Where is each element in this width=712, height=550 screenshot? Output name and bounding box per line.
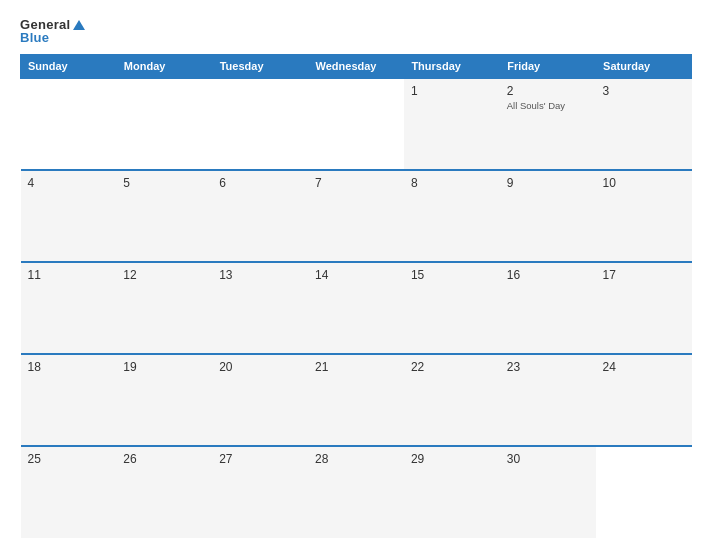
day-number: 18 <box>28 360 110 374</box>
calendar-cell: 25 <box>21 446 117 538</box>
calendar-cell: 11 <box>21 262 117 354</box>
day-number: 2 <box>507 84 589 98</box>
calendar-cell: 21 <box>308 354 404 446</box>
day-number: 11 <box>28 268 110 282</box>
calendar-cell: 22 <box>404 354 500 446</box>
day-number: 1 <box>411 84 493 98</box>
day-number: 25 <box>28 452 110 466</box>
day-number: 26 <box>123 452 205 466</box>
calendar-cell: 1 <box>404 78 500 170</box>
day-number: 5 <box>123 176 205 190</box>
weekday-header-saturday: Saturday <box>596 55 692 79</box>
calendar-cell: 2All Souls' Day <box>500 78 596 170</box>
day-number: 10 <box>603 176 685 190</box>
calendar-cell <box>21 78 117 170</box>
day-number: 15 <box>411 268 493 282</box>
calendar-week-row: 11121314151617 <box>21 262 692 354</box>
calendar-cell: 3 <box>596 78 692 170</box>
calendar-week-row: 18192021222324 <box>21 354 692 446</box>
weekday-header-wednesday: Wednesday <box>308 55 404 79</box>
day-number: 22 <box>411 360 493 374</box>
day-number: 14 <box>315 268 397 282</box>
day-number: 28 <box>315 452 397 466</box>
calendar-cell: 4 <box>21 170 117 262</box>
day-number: 30 <box>507 452 589 466</box>
day-number: 19 <box>123 360 205 374</box>
logo-triangle-icon <box>73 20 85 30</box>
day-number: 24 <box>603 360 685 374</box>
calendar-cell: 7 <box>308 170 404 262</box>
day-number: 29 <box>411 452 493 466</box>
calendar-cell: 23 <box>500 354 596 446</box>
calendar-cell: 13 <box>212 262 308 354</box>
day-number: 12 <box>123 268 205 282</box>
weekday-header-friday: Friday <box>500 55 596 79</box>
calendar-cell: 18 <box>21 354 117 446</box>
day-number: 16 <box>507 268 589 282</box>
calendar-cell: 16 <box>500 262 596 354</box>
calendar-cell: 26 <box>116 446 212 538</box>
calendar-cell: 29 <box>404 446 500 538</box>
weekday-header-thursday: Thursday <box>404 55 500 79</box>
calendar-cell <box>116 78 212 170</box>
calendar-cell: 9 <box>500 170 596 262</box>
event-label: All Souls' Day <box>507 100 589 111</box>
day-number: 8 <box>411 176 493 190</box>
day-number: 3 <box>603 84 685 98</box>
logo-blue-text: Blue <box>20 31 49 44</box>
day-number: 17 <box>603 268 685 282</box>
calendar-cell: 10 <box>596 170 692 262</box>
calendar-cell: 17 <box>596 262 692 354</box>
calendar-page: General Blue SundayMondayTuesdayWednesda… <box>0 0 712 550</box>
calendar-table: SundayMondayTuesdayWednesdayThursdayFrid… <box>20 54 692 538</box>
calendar-cell: 28 <box>308 446 404 538</box>
weekday-header-sunday: Sunday <box>21 55 117 79</box>
weekday-header-row: SundayMondayTuesdayWednesdayThursdayFrid… <box>21 55 692 79</box>
calendar-cell <box>596 446 692 538</box>
calendar-cell: 12 <box>116 262 212 354</box>
day-number: 7 <box>315 176 397 190</box>
day-number: 13 <box>219 268 301 282</box>
calendar-cell: 6 <box>212 170 308 262</box>
calendar-header: General Blue <box>20 18 692 44</box>
calendar-week-row: 45678910 <box>21 170 692 262</box>
calendar-cell <box>212 78 308 170</box>
day-number: 9 <box>507 176 589 190</box>
calendar-week-row: 252627282930 <box>21 446 692 538</box>
calendar-week-row: 12All Souls' Day3 <box>21 78 692 170</box>
calendar-cell: 27 <box>212 446 308 538</box>
calendar-cell: 15 <box>404 262 500 354</box>
day-number: 4 <box>28 176 110 190</box>
day-number: 27 <box>219 452 301 466</box>
day-number: 20 <box>219 360 301 374</box>
day-number: 21 <box>315 360 397 374</box>
calendar-cell: 8 <box>404 170 500 262</box>
weekday-header-monday: Monday <box>116 55 212 79</box>
calendar-cell: 14 <box>308 262 404 354</box>
calendar-cell: 20 <box>212 354 308 446</box>
weekday-header-tuesday: Tuesday <box>212 55 308 79</box>
calendar-cell: 30 <box>500 446 596 538</box>
calendar-cell: 19 <box>116 354 212 446</box>
calendar-cell: 24 <box>596 354 692 446</box>
day-number: 6 <box>219 176 301 190</box>
calendar-cell: 5 <box>116 170 212 262</box>
logo: General Blue <box>20 18 85 44</box>
calendar-cell <box>308 78 404 170</box>
day-number: 23 <box>507 360 589 374</box>
